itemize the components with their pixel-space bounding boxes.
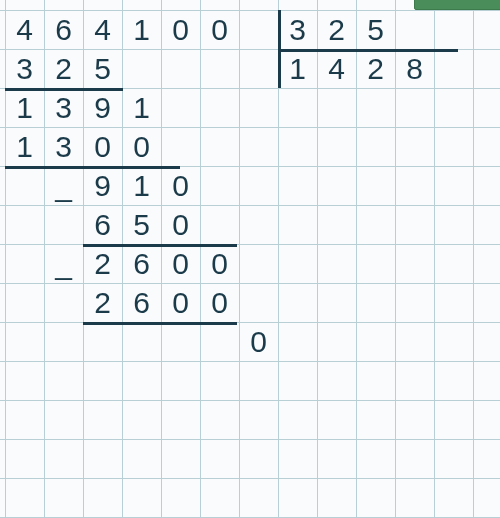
step-digit: 1 [5,127,44,166]
step-digit: 1 [122,166,161,205]
step-digit: 6 [122,244,161,283]
minus-sign: _ [44,166,83,205]
step-digit: 9 [83,88,122,127]
page-corner-tab [414,0,500,10]
step-digit: 5 [122,205,161,244]
step-digit: 0 [200,244,239,283]
step-digit: 0 [161,205,200,244]
quotient-digit: 8 [395,49,434,88]
step-digit: 0 [239,322,278,361]
quotient-digit: 2 [356,49,395,88]
step-digit: 2 [44,49,83,88]
minus-sign: _ [44,244,83,283]
step-digit: 2 [83,283,122,322]
division-rule [83,322,237,325]
dividend-digit: 0 [200,10,239,49]
divisor-digit: 2 [317,10,356,49]
step-digit: 0 [161,244,200,283]
dividend-digit: 4 [83,10,122,49]
step-digit: 0 [122,127,161,166]
step-digit: 6 [83,205,122,244]
division-rule [5,88,123,91]
step-digit: 0 [200,283,239,322]
step-digit: 0 [161,283,200,322]
division-rule [5,166,180,169]
dividend-digit: 0 [161,10,200,49]
step-digit: 6 [122,283,161,322]
dividend-digit: 4 [5,10,44,49]
step-digit: 1 [122,88,161,127]
step-digit: 2 [83,244,122,283]
dividend-digit: 1 [122,10,161,49]
quotient-digit: 4 [317,49,356,88]
step-digit: 0 [83,127,122,166]
quotient-digit: 1 [278,49,317,88]
step-digit: 5 [83,49,122,88]
step-digit: 9 [83,166,122,205]
division-rule [83,244,237,247]
divisor-digit: 5 [356,10,395,49]
step-digit: 3 [5,49,44,88]
step-digit: 1 [5,88,44,127]
step-digit: 0 [161,166,200,205]
divisor-digit: 3 [278,10,317,49]
dividend-digit: 6 [44,10,83,49]
step-digit: 3 [44,88,83,127]
division-rule [278,49,458,52]
step-digit: 3 [44,127,83,166]
